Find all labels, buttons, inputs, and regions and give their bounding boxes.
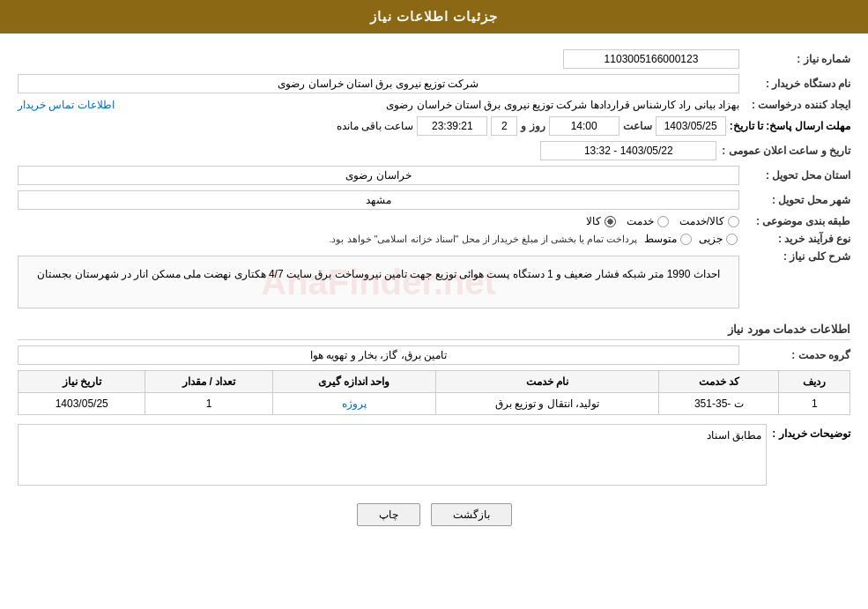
buyer-notes-box: مطابق اسناد <box>18 424 767 486</box>
col-quantity: تعداد / مقدار <box>145 371 272 393</box>
col-row: ردیف <box>779 371 850 393</box>
cell-date: 1403/05/25 <box>19 393 145 415</box>
cell-code: ت -35-351 <box>659 393 779 415</box>
cell-quantity: 1 <box>145 393 272 415</box>
description-text: احداث 1990 متر شبکه فشار ضعیف و 1 دستگاه… <box>37 268 719 280</box>
cell-row: 1 <box>779 393 850 415</box>
service-group-value: تامین برق، گاز، بخار و تهویه هوا <box>18 345 739 365</box>
service-group-label: گروه حدمت : <box>745 349 850 361</box>
announcement-value: 1403/05/22 - 13:32 <box>540 141 716 160</box>
services-section-label: اطلاعات خدمات مورد نیاز <box>18 323 850 340</box>
deadline-date: 1403/05/25 <box>656 116 726 136</box>
print-button[interactable]: چاپ <box>357 503 420 526</box>
buyer-org-label: نام دستگاه خریدار : <box>745 78 850 90</box>
creator-label: ایجاد کننده درخواست : <box>745 99 850 111</box>
radio-medium <box>680 234 692 245</box>
description-label: شرح کلی نیاز : <box>745 250 850 263</box>
col-name: نام خدمت <box>435 371 659 393</box>
radio-goods <box>605 216 616 227</box>
category-option-goods-service[interactable]: کالا/خدمت <box>679 215 739 227</box>
purchase-type-note: پرداخت تمام یا بخشی از مبلغ خریدار از مح… <box>329 234 637 245</box>
deadline-days: 2 <box>491 116 517 136</box>
city-label: شهر محل تحویل : <box>745 194 850 206</box>
col-code: کد خدمت <box>659 371 779 393</box>
deadline-days-label: روز و <box>521 120 545 132</box>
page-title: جزئیات اطلاعات نیاز <box>0 0 868 33</box>
buyer-notes-label: توضیحات خریدار : <box>772 424 850 440</box>
deadline-remaining: 23:39:21 <box>417 116 487 136</box>
city-value: مشهد <box>18 190 739 210</box>
province-label: استان محل تحویل : <box>745 169 850 182</box>
back-button[interactable]: بازگشت <box>431 503 512 526</box>
radio-goods-service <box>728 216 739 227</box>
col-date: تاریخ نیاز <box>19 371 145 393</box>
description-box: AnaFinder.net احداث 1990 متر شبکه فشار ض… <box>18 256 739 308</box>
purchase-type-medium[interactable]: متوسط <box>644 233 692 245</box>
cell-unit: پروژه <box>272 393 435 415</box>
buyer-notes-value: مطابق اسناد <box>707 429 761 442</box>
deadline-remaining-label: ساعت باقی مانده <box>337 120 414 132</box>
category-option-goods[interactable]: کالا <box>586 215 616 227</box>
need-number-label: شماره نیاز : <box>745 53 850 65</box>
category-options: کالا خدمت کالا/خدمت <box>586 215 739 227</box>
deadline-label: مهلت ارسال پاسخ: تا تاریخ: <box>730 120 850 132</box>
need-number-value: 1103005166000123 <box>563 49 739 69</box>
category-option-service[interactable]: خدمت <box>627 215 669 227</box>
province-value: خراسان رضوی <box>18 166 739 185</box>
deadline-time: 14:00 <box>549 116 619 136</box>
table-row: 1 ت -35-351 تولید، انتقال و توزیع برق پر… <box>19 393 850 415</box>
contact-link[interactable]: اطلاعات تماس خریدار <box>18 99 115 111</box>
radio-partial <box>726 234 738 245</box>
category-label: طبقه بندی موضوعی : <box>745 215 850 227</box>
col-unit: واحد اندازه گیری <box>272 371 435 393</box>
buyer-org-value: شرکت توزیع نیروی برق استان خراسان رضوی <box>18 74 739 93</box>
purchase-type-partial[interactable]: جزیی <box>699 233 738 245</box>
purchase-type-label: نوع فرآیند خرید : <box>745 233 850 245</box>
deadline-time-label: ساعت <box>623 120 652 132</box>
creator-value: بهزاد بیانی راد کارشناس قراردادها شرکت ت… <box>120 99 739 111</box>
services-table: ردیف کد خدمت نام خدمت واحد اندازه گیری ت… <box>18 370 850 415</box>
cell-name: تولید، انتقال و توزیع برق <box>435 393 659 415</box>
radio-service <box>657 216 669 227</box>
announcement-label: تاریخ و ساعت اعلان عمومی : <box>722 145 850 157</box>
